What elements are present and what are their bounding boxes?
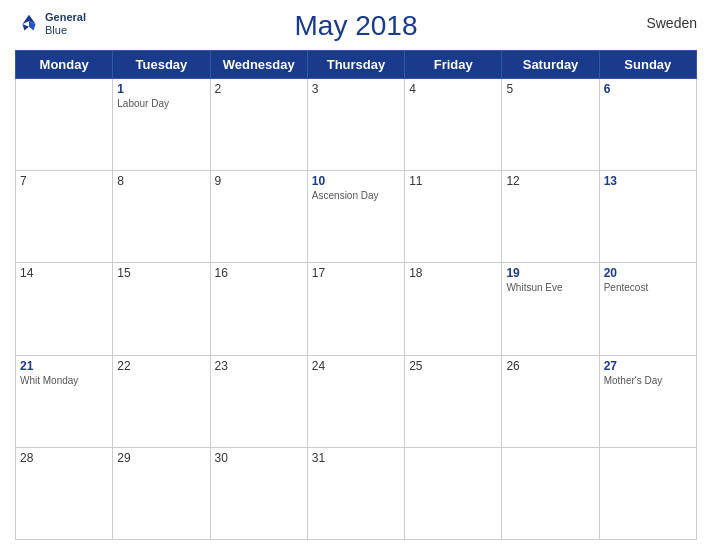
svg-marker-1 <box>29 21 36 30</box>
page-title: May 2018 <box>295 10 418 42</box>
table-row: 1Labour Day <box>113 79 210 171</box>
day-number: 6 <box>604 82 692 96</box>
col-wednesday: Wednesday <box>210 51 307 79</box>
table-row: 15 <box>113 263 210 355</box>
col-tuesday: Tuesday <box>113 51 210 79</box>
table-row: 14 <box>16 263 113 355</box>
day-number: 26 <box>506 359 594 373</box>
holiday-label: Ascension Day <box>312 190 400 201</box>
day-number: 10 <box>312 174 400 188</box>
day-number: 3 <box>312 82 400 96</box>
holiday-label: Whitsun Eve <box>506 282 594 293</box>
col-friday: Friday <box>405 51 502 79</box>
day-number: 18 <box>409 266 497 280</box>
table-row: 26 <box>502 355 599 447</box>
table-row: 18 <box>405 263 502 355</box>
day-number: 29 <box>117 451 205 465</box>
table-row: 10Ascension Day <box>307 171 404 263</box>
day-number: 21 <box>20 359 108 373</box>
table-row: 24 <box>307 355 404 447</box>
table-row: 5 <box>502 79 599 171</box>
holiday-label: Whit Monday <box>20 375 108 386</box>
table-row: 9 <box>210 171 307 263</box>
table-row <box>599 447 696 539</box>
table-row: 21Whit Monday <box>16 355 113 447</box>
table-row <box>405 447 502 539</box>
day-number: 25 <box>409 359 497 373</box>
table-row <box>502 447 599 539</box>
day-number: 14 <box>20 266 108 280</box>
table-row: 20Pentecost <box>599 263 696 355</box>
table-row: 25 <box>405 355 502 447</box>
day-number: 16 <box>215 266 303 280</box>
day-number: 20 <box>604 266 692 280</box>
table-row <box>16 79 113 171</box>
table-row: 27Mother's Day <box>599 355 696 447</box>
day-number: 22 <box>117 359 205 373</box>
table-row: 6 <box>599 79 696 171</box>
day-number: 12 <box>506 174 594 188</box>
table-row: 30 <box>210 447 307 539</box>
table-row: 3 <box>307 79 404 171</box>
country-label: Sweden <box>646 15 697 31</box>
day-number: 17 <box>312 266 400 280</box>
logo-text: General Blue <box>45 11 86 37</box>
holiday-label: Labour Day <box>117 98 205 109</box>
table-row: 13 <box>599 171 696 263</box>
table-row: 2 <box>210 79 307 171</box>
day-number: 27 <box>604 359 692 373</box>
table-row: 19Whitsun Eve <box>502 263 599 355</box>
calendar-body: 1Labour Day2345678910Ascension Day111213… <box>16 79 697 540</box>
day-number: 30 <box>215 451 303 465</box>
table-row: 11 <box>405 171 502 263</box>
calendar-table: Monday Tuesday Wednesday Thursday Friday… <box>15 50 697 540</box>
day-number: 4 <box>409 82 497 96</box>
day-number: 8 <box>117 174 205 188</box>
calendar-header-row: Monday Tuesday Wednesday Thursday Friday… <box>16 51 697 79</box>
calendar-wrapper: Monday Tuesday Wednesday Thursday Friday… <box>15 50 697 540</box>
day-number: 24 <box>312 359 400 373</box>
holiday-label: Mother's Day <box>604 375 692 386</box>
day-number: 1 <box>117 82 205 96</box>
table-row: 28 <box>16 447 113 539</box>
day-number: 11 <box>409 174 497 188</box>
day-number: 13 <box>604 174 692 188</box>
day-number: 2 <box>215 82 303 96</box>
table-row: 29 <box>113 447 210 539</box>
day-number: 31 <box>312 451 400 465</box>
table-row: 23 <box>210 355 307 447</box>
table-row: 7 <box>16 171 113 263</box>
table-row: 22 <box>113 355 210 447</box>
table-row: 31 <box>307 447 404 539</box>
table-row: 12 <box>502 171 599 263</box>
calendar-page: General Blue May 2018 Sweden Monday Tues… <box>0 0 712 550</box>
day-number: 28 <box>20 451 108 465</box>
table-row: 8 <box>113 171 210 263</box>
col-monday: Monday <box>16 51 113 79</box>
col-sunday: Sunday <box>599 51 696 79</box>
day-number: 19 <box>506 266 594 280</box>
table-row: 16 <box>210 263 307 355</box>
day-number: 23 <box>215 359 303 373</box>
table-row: 17 <box>307 263 404 355</box>
day-number: 7 <box>20 174 108 188</box>
day-number: 15 <box>117 266 205 280</box>
calendar-header: General Blue May 2018 Sweden <box>15 10 697 42</box>
col-thursday: Thursday <box>307 51 404 79</box>
day-number: 5 <box>506 82 594 96</box>
logo: General Blue <box>15 10 86 38</box>
logo-bird-icon <box>15 10 43 38</box>
col-saturday: Saturday <box>502 51 599 79</box>
svg-marker-2 <box>22 24 29 31</box>
holiday-label: Pentecost <box>604 282 692 293</box>
table-row: 4 <box>405 79 502 171</box>
day-number: 9 <box>215 174 303 188</box>
